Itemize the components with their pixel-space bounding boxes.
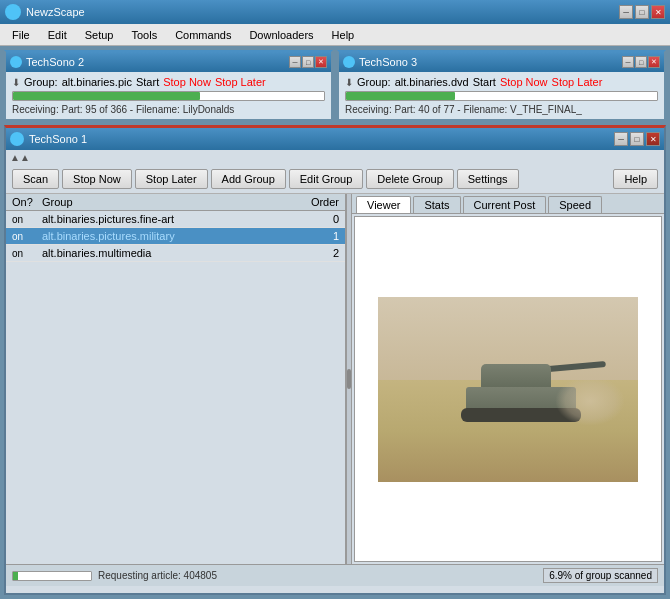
menu-file[interactable]: File	[4, 27, 38, 43]
techsono3-start: Start	[473, 76, 496, 88]
minimize-button[interactable]: ─	[619, 5, 633, 19]
tank-image	[378, 297, 638, 482]
techsono2-window: TechSono 2 ─ □ ✕ ⬇ Group: alt.binaries.p…	[4, 50, 333, 121]
status-requesting-text: Requesting article: 404805	[98, 570, 217, 581]
menu-help[interactable]: Help	[324, 27, 363, 43]
techsono1-title: TechSono 1	[29, 133, 87, 145]
techsono3-stop-later[interactable]: Stop Later	[552, 76, 603, 88]
techsono1-maximize[interactable]: □	[630, 132, 644, 146]
techsono3-group-label: Group:	[357, 76, 391, 88]
techsono3-group-name: alt.binaries.dvd	[395, 76, 469, 88]
stop-now-button[interactable]: Stop Now	[62, 169, 132, 189]
techsono3-close[interactable]: ✕	[648, 56, 660, 68]
col-on-header: On?	[12, 196, 42, 208]
col-order-header: Order	[289, 196, 339, 208]
menu-setup[interactable]: Setup	[77, 27, 122, 43]
techsono1-close[interactable]: ✕	[646, 132, 660, 146]
techsono2-title: TechSono 2	[26, 56, 84, 68]
status-progress-bar	[12, 571, 92, 581]
techsono1-icon	[10, 132, 24, 146]
techsono2-icon	[10, 56, 22, 68]
techsono2-progress-fill	[13, 92, 200, 100]
techsono3-title: TechSono 3	[359, 56, 417, 68]
row0-on: on	[12, 214, 42, 225]
techsono2-stop-later[interactable]: Stop Later	[215, 76, 266, 88]
techsono2-arrow: ⬇	[12, 77, 20, 88]
techsono3-icon	[343, 56, 355, 68]
help-button[interactable]: Help	[613, 169, 658, 189]
maximize-button[interactable]: □	[635, 5, 649, 19]
techsono2-group-name: alt.binaries.pic	[62, 76, 132, 88]
menu-downloaders[interactable]: Downloaders	[241, 27, 321, 43]
title-bar: NewzScape ─ □ ✕	[0, 0, 670, 24]
techsono2-start: Start	[136, 76, 159, 88]
add-group-button[interactable]: Add Group	[211, 169, 286, 189]
menu-edit[interactable]: Edit	[40, 27, 75, 43]
techsono2-maximize[interactable]: □	[302, 56, 314, 68]
status-progress-fill	[13, 572, 18, 580]
techsono3-stop-now[interactable]: Stop Now	[500, 76, 548, 88]
group-panel: On? Group Order on alt.binaries.pictures…	[6, 194, 346, 564]
tab-viewer[interactable]: Viewer	[356, 196, 411, 213]
col-group-header: Group	[42, 196, 289, 208]
table-row[interactable]: on alt.binaries.multimedia 2	[6, 245, 345, 262]
techsono1-minimize[interactable]: ─	[614, 132, 628, 146]
techsono3-window: TechSono 3 ─ □ ✕ ⬇ Group: alt.binaries.d…	[337, 50, 666, 121]
settings-button[interactable]: Settings	[457, 169, 519, 189]
table-row[interactable]: on alt.binaries.pictures.military 1	[6, 228, 345, 245]
row0-order: 0	[289, 213, 339, 225]
tab-speed[interactable]: Speed	[548, 196, 602, 213]
group-scanned-badge: 6.9% of group scanned	[543, 568, 658, 583]
menu-tools[interactable]: Tools	[123, 27, 165, 43]
techsono3-maximize[interactable]: □	[635, 56, 647, 68]
row1-on: on	[12, 231, 42, 242]
techsono2-receiving: Receiving: Part: 95 of 366 - Filename: L…	[12, 104, 325, 115]
techsono2-close[interactable]: ✕	[315, 56, 327, 68]
techsono3-receiving: Receiving: Part: 40 of 77 - Filename: V_…	[345, 104, 658, 115]
row1-order: 1	[289, 230, 339, 242]
edit-group-button[interactable]: Edit Group	[289, 169, 364, 189]
status-bar: Requesting article: 404805 6.9% of group…	[6, 564, 664, 586]
tab-stats[interactable]: Stats	[413, 196, 460, 213]
table-row[interactable]: on alt.binaries.pictures.fine-art 0	[6, 211, 345, 228]
scan-button[interactable]: Scan	[12, 169, 59, 189]
stop-later-button[interactable]: Stop Later	[135, 169, 208, 189]
techsono2-minimize[interactable]: ─	[289, 56, 301, 68]
app-icon	[5, 4, 21, 20]
viewer-content	[354, 216, 662, 562]
techsono2-stop-now[interactable]: Stop Now	[163, 76, 211, 88]
close-button[interactable]: ✕	[651, 5, 665, 19]
row0-group: alt.binaries.pictures.fine-art	[42, 213, 289, 225]
techsono1-window: TechSono 1 ─ □ ✕ ▲▲ Scan Stop Now Stop L…	[4, 125, 666, 595]
app-title: NewzScape	[26, 6, 85, 18]
techsono3-arrow: ⬇	[345, 77, 353, 88]
menu-commands[interactable]: Commands	[167, 27, 239, 43]
row1-group: alt.binaries.pictures.military	[42, 230, 289, 242]
row2-group: alt.binaries.multimedia	[42, 247, 289, 259]
techsono3-progress-fill	[346, 92, 455, 100]
techsono2-group-label: Group:	[24, 76, 58, 88]
menu-bar: File Edit Setup Tools Commands Downloade…	[0, 24, 670, 46]
viewer-panel: Viewer Stats Current Post Speed	[352, 194, 664, 564]
tab-current-post[interactable]: Current Post	[463, 196, 547, 213]
row2-on: on	[12, 248, 42, 259]
delete-group-button[interactable]: Delete Group	[366, 169, 453, 189]
techsono3-minimize[interactable]: ─	[622, 56, 634, 68]
row2-order: 2	[289, 247, 339, 259]
collapse-arrow[interactable]: ▲▲	[6, 150, 664, 165]
